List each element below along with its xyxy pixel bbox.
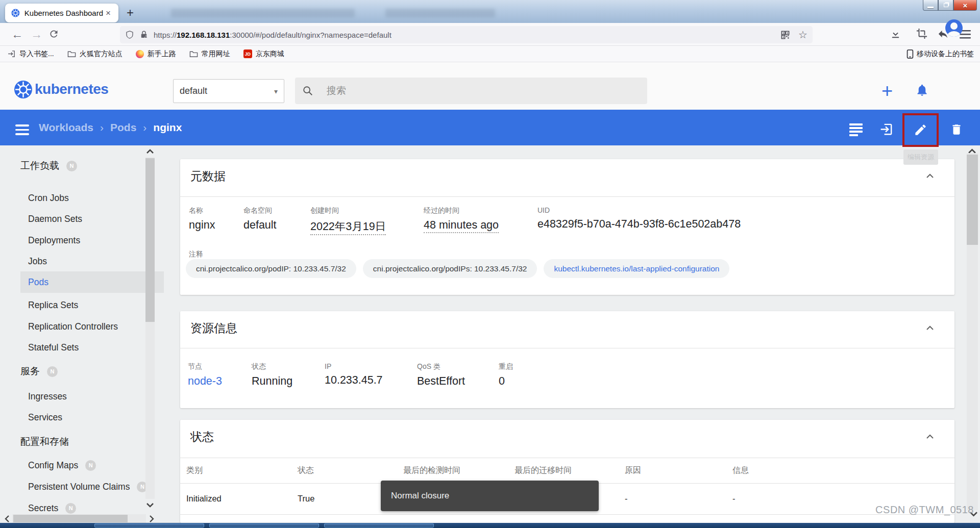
sidebar-hscrollbar-thumb[interactable]	[13, 515, 128, 522]
taskbar-app-button[interactable]	[209, 523, 319, 527]
field-status: 状态Running	[252, 362, 292, 388]
url-text: https://192.168.18.131:30000/#/pod/defau…	[154, 31, 780, 39]
exec-button[interactable]	[879, 122, 894, 137]
sidebar-scroll-left-icon[interactable]	[2, 514, 11, 523]
sidebar-group-workloads: 工作负载N	[20, 155, 164, 177]
window-controls: ×	[923, 0, 977, 11]
col-last-transition-time: 最后的迁移时间	[514, 458, 572, 483]
minimize-icon	[927, 7, 934, 8]
folder-icon	[189, 50, 198, 58]
nav-hamburger-icon[interactable]	[15, 124, 29, 138]
namespace-value: default	[180, 86, 207, 96]
window-minimize-button[interactable]	[923, 0, 938, 11]
namespace-select[interactable]: default ▾	[173, 79, 284, 103]
annotation-chip: cni.projectcalico.org/podIP: 10.233.45.7…	[186, 259, 356, 278]
card-title: 元数据	[190, 168, 226, 184]
breadcrumb: Workloads › Pods › nginx	[39, 110, 182, 145]
col-last-probe-time: 最后的检测时间	[403, 458, 460, 483]
mobile-bookmarks[interactable]: 移动设备上的书签	[906, 46, 974, 62]
field-namespace: 命名空间default	[243, 206, 277, 232]
collapse-card-icon[interactable]	[926, 434, 934, 439]
forward-button[interactable]: →	[31, 29, 42, 40]
bookmark-folder-firefox-official[interactable]: 火狐官方站点	[67, 49, 122, 59]
field-restarts: 重启0	[499, 362, 513, 388]
browser-tab-active[interactable]: Kubernetes Dashboard ×	[5, 4, 118, 22]
screen: Kubernetes Dashboard × + × ← → https://1…	[0, 0, 980, 528]
window-close-button[interactable]: ×	[953, 0, 977, 11]
reload-button[interactable]	[48, 29, 59, 39]
bookmark-folder-common-sites[interactable]: 常用网址	[189, 49, 230, 59]
background-window-remnant	[171, 9, 355, 17]
sidebar-scroll-up-icon[interactable]	[144, 147, 156, 155]
jd-icon: JD	[243, 49, 252, 58]
breadcrumb-separator: ›	[100, 121, 104, 134]
annotation-highlight-box	[902, 113, 939, 147]
content-scrollbar-thumb[interactable]	[967, 155, 978, 245]
edit-tooltip: 编辑资源	[903, 149, 938, 165]
downloads-icon[interactable]	[890, 28, 901, 40]
avatar-head	[950, 22, 958, 30]
breadcrumb-pods[interactable]: Pods	[110, 121, 136, 134]
account-avatar[interactable]	[945, 19, 963, 37]
sidebar-scroll-down-icon[interactable]	[144, 501, 156, 509]
create-resource-button[interactable]: +	[876, 80, 898, 102]
url-bar[interactable]: https://192.168.18.131:30000/#/pod/defau…	[120, 26, 813, 43]
divider	[180, 514, 954, 515]
cell-type: Initialized	[186, 483, 222, 514]
card-title: 状态	[190, 429, 214, 445]
annotation-chip: cni.projectcalico.org/podIPs: 10.233.45.…	[363, 259, 537, 278]
cell-reason: -	[625, 483, 628, 514]
card-title: 资源信息	[190, 320, 237, 336]
bookmarks-bar: 导入书签... 火狐官方站点 新手上路 常用网址 JD 京东商城 移动设备上的书…	[0, 46, 980, 62]
notifications-bell-icon[interactable]	[915, 83, 929, 97]
sidebar-scrollbar-thumb[interactable]	[145, 158, 155, 322]
taskbar-app-button[interactable]	[324, 523, 434, 527]
firefox-icon	[136, 50, 144, 58]
logs-button[interactable]	[849, 123, 863, 138]
bookmark-import[interactable]: 导入书签...	[7, 49, 54, 59]
col-status: 状态	[298, 458, 314, 483]
taskbar-app-button[interactable]	[94, 523, 204, 527]
field-qos: QoS 类BestEffort	[417, 362, 465, 388]
collapse-card-icon[interactable]	[926, 325, 934, 331]
import-bookmarks-icon	[7, 49, 16, 58]
search-container[interactable]	[295, 78, 647, 104]
bookmark-getting-started[interactable]: 新手上路	[136, 49, 176, 59]
annotation-chip-link[interactable]: kubectl.kubernetes.io/last-applied-confi…	[544, 259, 729, 278]
collapse-card-icon[interactable]	[926, 173, 934, 179]
close-icon: ×	[963, 1, 968, 10]
breadcrumb-workloads[interactable]: Workloads	[39, 121, 93, 134]
taskbar-edge	[0, 523, 980, 528]
tab-close-icon[interactable]: ×	[103, 8, 113, 18]
new-badge: N	[85, 460, 96, 471]
folder-icon	[67, 50, 76, 58]
lock-warning-icon[interactable]	[139, 30, 149, 39]
divider	[180, 348, 954, 348]
field-age: 经过的时间48 minutes ago	[424, 206, 499, 233]
node-link[interactable]: node-3	[188, 375, 222, 388]
field-creation-time: 创建时间2022年3月19日	[310, 206, 386, 235]
cell-message: -	[732, 483, 736, 514]
metadata-card: 元数据 名称nginx 命名空间default 创建时间2022年3月19日 经…	[180, 159, 954, 295]
window-restore-button[interactable]	[938, 0, 953, 11]
sidebar-item-pods[interactable]: Pods	[20, 271, 164, 293]
col-reason: 原因	[625, 458, 641, 483]
new-badge: N	[47, 366, 58, 377]
qr-scan-icon[interactable]	[780, 30, 790, 40]
watermark: CSDN @TWM_0518	[875, 504, 974, 516]
new-tab-button[interactable]: +	[122, 5, 138, 20]
url-host: 192.168.18.131	[177, 31, 230, 39]
delete-button[interactable]	[950, 123, 963, 136]
tooltip: Normal closure	[381, 481, 599, 511]
bookmark-jd[interactable]: JD 京东商城	[243, 49, 284, 59]
back-button[interactable]: ←	[11, 29, 23, 40]
tracking-shield-icon[interactable]	[125, 30, 134, 39]
bookmark-star-icon[interactable]: ☆	[798, 29, 807, 41]
screenshot-crop-icon[interactable]	[916, 28, 927, 39]
sidebar-scroll-right-icon[interactable]	[147, 514, 156, 523]
new-badge: N	[66, 161, 77, 171]
phone-icon	[906, 49, 914, 59]
col-type: 类别	[186, 458, 203, 483]
sidebar-group-config-storage: 配置和存储	[20, 431, 164, 452]
search-input[interactable]	[327, 85, 612, 96]
